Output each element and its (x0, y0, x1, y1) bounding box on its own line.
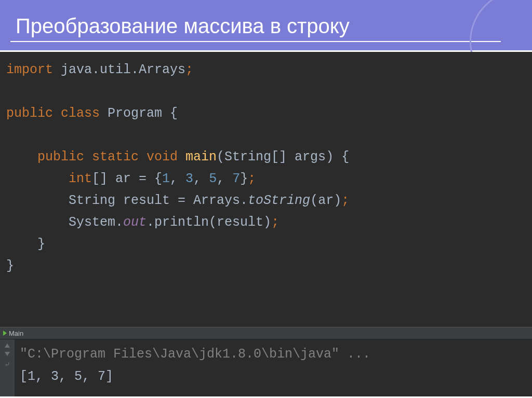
arrow-up-icon[interactable] (5, 344, 10, 348)
code-line-3: public class Program { (0, 103, 532, 125)
tab-label: Main (9, 330, 23, 337)
code-line-6: int[] ar = {1, 3, 5, 7}; (0, 168, 532, 190)
slide-header: Преобразование массива в строку (0, 0, 532, 52)
code-line-4 (0, 125, 532, 146)
slide-title: Преобразование массива в строку (16, 15, 522, 38)
code-line-9: } (0, 234, 532, 255)
code-line-7: String result = Arrays.toString(ar); (0, 190, 532, 212)
tab-main[interactable]: Main (3, 330, 23, 337)
console-command: "C:\Program Files\Java\jdk1.8.0\bin\java… (20, 347, 370, 362)
code-line-10: } (0, 255, 532, 277)
console-output[interactable]: "C:\Program Files\Java\jdk1.8.0\bin\java… (15, 339, 370, 396)
wrap-icon[interactable]: ⤶ (4, 360, 10, 368)
header-divider (10, 41, 501, 42)
code-line-5: public static void main(String[] args) { (0, 146, 532, 168)
console-result: [1, 3, 5, 7] (20, 369, 113, 384)
play-icon (3, 331, 7, 336)
console-gutter: ⤶ (0, 339, 15, 396)
run-tab-bar: Main (0, 327, 532, 339)
code-line-1: import java.util.Arrays; (0, 59, 532, 81)
code-editor[interactable]: import java.util.Arrays; public class Pr… (0, 52, 532, 327)
code-line-2 (0, 81, 532, 103)
code-line-8: System.out.println(result); (0, 212, 532, 234)
console-panel: ⤶ "C:\Program Files\Java\jdk1.8.0\bin\ja… (0, 339, 532, 396)
arrow-down-icon[interactable] (5, 352, 10, 356)
